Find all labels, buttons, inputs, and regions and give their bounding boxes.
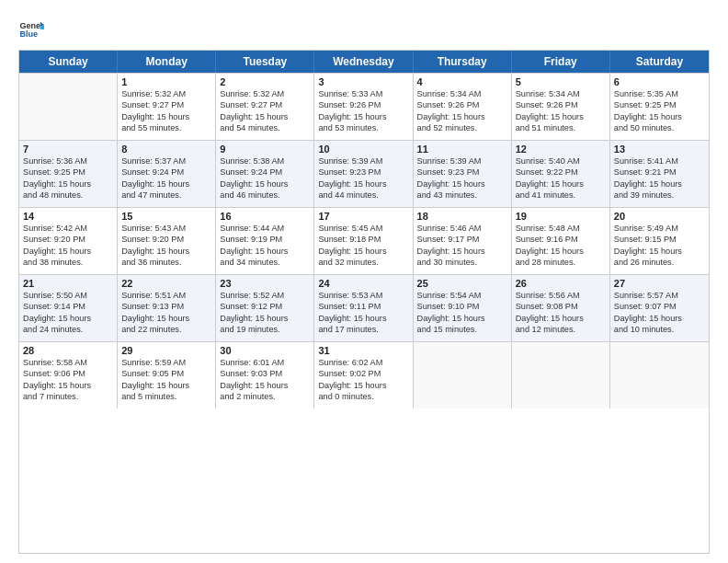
cell-text-line: Sunrise: 5:38 AM <box>220 155 310 167</box>
cell-text-line: Sunset: 9:15 PM <box>614 234 705 245</box>
day-number: 16 <box>220 211 310 222</box>
cell-text-line: Daylight: 15 hours <box>23 313 113 324</box>
logo: General Blue <box>18 17 48 42</box>
calendar-cell: 22Sunrise: 5:51 AMSunset: 9:13 PMDayligh… <box>118 275 216 341</box>
day-number: 2 <box>220 76 310 87</box>
cell-text-line: and 48 minutes. <box>23 190 113 201</box>
cell-text-line: Daylight: 15 hours <box>516 178 606 190</box>
day-number: 9 <box>220 144 310 155</box>
cell-text-line: Daylight: 15 hours <box>318 246 408 257</box>
day-number: 22 <box>121 278 211 289</box>
cell-text-line: Daylight: 15 hours <box>318 111 408 122</box>
cell-text-line: Daylight: 15 hours <box>121 111 211 122</box>
cell-text-line: Daylight: 15 hours <box>220 380 310 391</box>
calendar-cell: 13Sunrise: 5:41 AMSunset: 9:21 PMDayligh… <box>610 141 709 207</box>
calendar-cell: 15Sunrise: 5:43 AMSunset: 9:20 PMDayligh… <box>118 208 216 274</box>
calendar-cell: 7Sunrise: 5:36 AMSunset: 9:25 PMDaylight… <box>19 141 118 207</box>
cell-text-line: Daylight: 15 hours <box>318 380 408 391</box>
calendar-cell: 26Sunrise: 5:56 AMSunset: 9:08 PMDayligh… <box>512 275 610 341</box>
cell-text-line: Sunrise: 6:01 AM <box>220 357 310 368</box>
cell-text-line: and 38 minutes. <box>23 257 113 268</box>
cell-text-line: Sunset: 9:20 PM <box>23 234 113 245</box>
day-number: 23 <box>220 278 310 289</box>
day-number: 14 <box>23 211 113 222</box>
calendar-cell: 31Sunrise: 6:02 AMSunset: 9:02 PMDayligh… <box>314 342 413 408</box>
cell-text-line: and 12 minutes. <box>516 324 606 335</box>
cell-text-line: and 26 minutes. <box>614 257 705 268</box>
calendar-cell: 10Sunrise: 5:39 AMSunset: 9:23 PMDayligh… <box>314 141 413 207</box>
cell-text-line: and 46 minutes. <box>220 190 310 201</box>
cell-text-line: Sunset: 9:22 PM <box>516 167 606 178</box>
cell-text-line: Daylight: 15 hours <box>220 246 310 257</box>
day-number: 20 <box>614 211 705 222</box>
cell-text-line: and 39 minutes. <box>614 190 705 201</box>
day-number: 17 <box>318 211 408 222</box>
logo-icon: General Blue <box>18 17 44 42</box>
cell-text-line: and 15 minutes. <box>417 324 507 335</box>
svg-text:Blue: Blue <box>19 29 38 39</box>
calendar-week-row: 21Sunrise: 5:50 AMSunset: 9:14 PMDayligh… <box>19 274 709 341</box>
calendar-cell: 14Sunrise: 5:42 AMSunset: 9:20 PMDayligh… <box>19 208 118 274</box>
cell-text-line: Sunrise: 5:58 AM <box>23 357 113 368</box>
calendar-cell: 28Sunrise: 5:58 AMSunset: 9:06 PMDayligh… <box>19 342 118 408</box>
calendar-cell: 5Sunrise: 5:34 AMSunset: 9:26 PMDaylight… <box>512 74 610 140</box>
cal-header-cell: Wednesday <box>314 51 413 73</box>
cell-text-line: Daylight: 15 hours <box>121 246 211 257</box>
cell-text-line: Sunset: 9:08 PM <box>516 301 606 312</box>
day-number: 8 <box>121 144 211 155</box>
cell-text-line: Daylight: 15 hours <box>516 111 606 122</box>
cell-text-line: Sunrise: 5:34 AM <box>417 88 507 99</box>
day-number: 21 <box>23 278 113 289</box>
cell-text-line: Daylight: 15 hours <box>417 313 507 324</box>
day-number: 29 <box>121 345 211 356</box>
day-number: 1 <box>121 76 211 87</box>
cell-text-line: Sunrise: 5:35 AM <box>614 88 705 99</box>
cell-text-line: Daylight: 15 hours <box>121 313 211 324</box>
calendar-cell: 19Sunrise: 5:48 AMSunset: 9:16 PMDayligh… <box>512 208 610 274</box>
day-number: 27 <box>614 278 705 289</box>
cell-text-line: and 47 minutes. <box>121 190 211 201</box>
calendar-cell: 30Sunrise: 6:01 AMSunset: 9:03 PMDayligh… <box>216 342 314 408</box>
day-number: 19 <box>516 211 606 222</box>
cell-text-line: Sunset: 9:14 PM <box>23 301 113 312</box>
cell-text-line: and 43 minutes. <box>417 190 507 201</box>
calendar-cell: 21Sunrise: 5:50 AMSunset: 9:14 PMDayligh… <box>19 275 118 341</box>
day-number: 28 <box>23 345 113 356</box>
calendar-cell: 3Sunrise: 5:33 AMSunset: 9:26 PMDaylight… <box>314 74 413 140</box>
cell-text-line: Daylight: 15 hours <box>516 246 606 257</box>
cell-text-line: Sunset: 9:19 PM <box>220 234 310 245</box>
cell-text-line: Sunset: 9:23 PM <box>417 167 507 178</box>
calendar-cell: 9Sunrise: 5:38 AMSunset: 9:24 PMDaylight… <box>216 141 314 207</box>
cell-text-line: Sunset: 9:06 PM <box>23 368 113 379</box>
cell-text-line: Daylight: 15 hours <box>417 111 507 122</box>
cell-text-line: and 2 minutes. <box>220 391 310 402</box>
day-number: 13 <box>614 144 705 155</box>
cell-text-line: Daylight: 15 hours <box>614 111 705 122</box>
cell-text-line: and 24 minutes. <box>23 324 113 335</box>
cal-header-cell: Monday <box>118 51 216 73</box>
calendar-cell: 24Sunrise: 5:53 AMSunset: 9:11 PMDayligh… <box>314 275 413 341</box>
day-number: 6 <box>614 76 705 87</box>
calendar-cell: 11Sunrise: 5:39 AMSunset: 9:23 PMDayligh… <box>414 141 512 207</box>
calendar-cell: 20Sunrise: 5:49 AMSunset: 9:15 PMDayligh… <box>610 208 709 274</box>
cell-text-line: Daylight: 15 hours <box>220 111 310 122</box>
calendar-cell: 25Sunrise: 5:54 AMSunset: 9:10 PMDayligh… <box>414 275 512 341</box>
cell-text-line: Sunrise: 5:46 AM <box>417 223 507 234</box>
calendar-header-row: SundayMondayTuesdayWednesdayThursdayFrid… <box>19 51 709 73</box>
cell-text-line: Sunrise: 5:44 AM <box>220 223 310 234</box>
calendar-week-row: 1Sunrise: 5:32 AMSunset: 9:27 PMDaylight… <box>19 73 709 140</box>
calendar-cell: 17Sunrise: 5:45 AMSunset: 9:18 PMDayligh… <box>314 208 413 274</box>
cell-text-line: Daylight: 15 hours <box>318 313 408 324</box>
cell-text-line: Sunrise: 5:32 AM <box>220 88 310 99</box>
cell-text-line: Daylight: 15 hours <box>318 178 408 190</box>
cell-text-line: Sunrise: 5:36 AM <box>23 155 113 167</box>
cal-header-cell: Friday <box>512 51 610 73</box>
day-number: 18 <box>417 211 507 222</box>
cell-text-line: and 17 minutes. <box>318 324 408 335</box>
cell-text-line: Sunrise: 5:37 AM <box>121 155 211 167</box>
cell-text-line: Sunrise: 5:41 AM <box>614 155 705 167</box>
cell-text-line: Sunset: 9:27 PM <box>220 99 310 110</box>
cell-text-line: Sunrise: 5:49 AM <box>614 223 705 234</box>
calendar-cell: 8Sunrise: 5:37 AMSunset: 9:24 PMDaylight… <box>118 141 216 207</box>
calendar-cell <box>512 342 610 408</box>
